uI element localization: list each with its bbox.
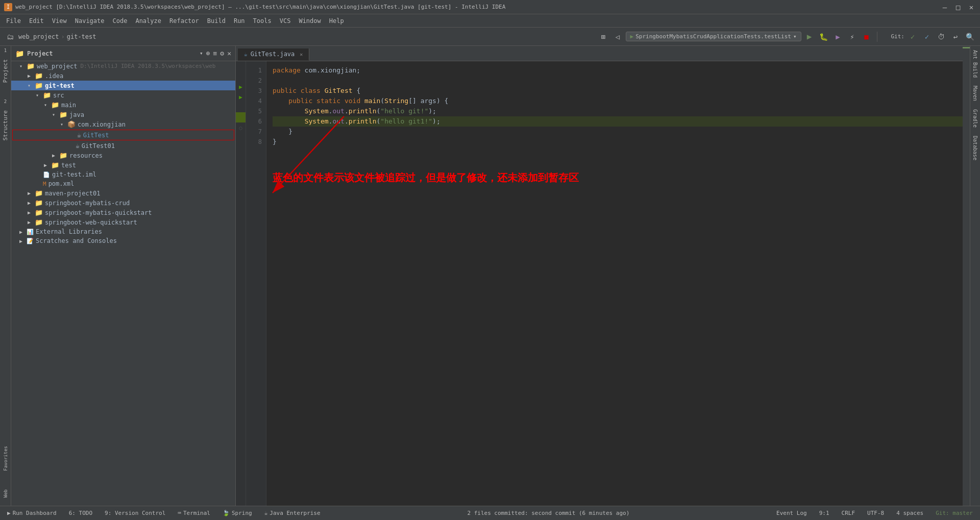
git-label: Git: — [891, 33, 905, 40]
maximize-button[interactable]: □ — [953, 3, 963, 12]
coverage-button[interactable]: ▶ — [832, 31, 844, 43]
structure-tab-number[interactable]: 2 — [3, 97, 8, 106]
resources-expand-arrow: ▶ — [52, 153, 59, 158]
editor-tab-gittest[interactable]: ☕ GitTest.java ✕ — [238, 48, 309, 61]
ant-build-label[interactable]: Ant Build — [971, 46, 979, 82]
tree-test-folder[interactable]: ▶ 📁 test — [11, 160, 235, 170]
iml-label: git-test.iml — [52, 171, 96, 178]
todo-btn[interactable]: 6: TODO — [66, 509, 95, 517]
breadcrumb-web-project[interactable]: web_project — [18, 33, 59, 40]
database-label[interactable]: Database — [971, 132, 979, 164]
tree-main-folder[interactable]: ▾ 📁 main — [11, 100, 235, 110]
encoding-indicator[interactable]: UTF-8 — [864, 509, 887, 517]
bottom-bar: ▶ Run Dashboard 6: TODO 9: Version Contr… — [0, 506, 980, 520]
project-settings-icon[interactable]: ⚙ — [220, 49, 224, 57]
editor-content: ▶ ▶ ○ 1 2 3 4 5 6 7 8 — [236, 61, 970, 506]
menu-view[interactable]: View — [48, 16, 71, 26]
menu-help[interactable]: Help — [325, 16, 348, 26]
menu-vcs[interactable]: VCS — [276, 16, 295, 26]
run-button[interactable]: ▶ — [803, 31, 816, 43]
git-history-btn[interactable]: ⏱ — [935, 31, 947, 43]
menu-window[interactable]: Window — [295, 16, 325, 26]
git-branch-indicator[interactable]: Git: master — [933, 509, 976, 517]
project-scope-icon[interactable]: ⊕ — [206, 49, 210, 57]
menu-tools[interactable]: Tools — [249, 16, 276, 26]
run-config-arrow: ▾ — [793, 33, 797, 40]
swq-expand-arrow: ▶ — [28, 219, 35, 225]
tree-package-folder[interactable]: ▾ 📦 com.xiongjian — [11, 119, 235, 129]
gradle-label[interactable]: Gradle — [971, 105, 979, 132]
tree-git-test-folder[interactable]: ▾ 📁 git-test — [11, 81, 235, 90]
menu-file[interactable]: File — [2, 16, 25, 26]
debug-button[interactable]: 🐛 — [818, 31, 830, 43]
favorites-tab-label[interactable]: Favorites — [1, 442, 10, 475]
profiler-button[interactable]: ⚡ — [846, 31, 859, 43]
gutter-line-1 — [236, 61, 246, 71]
code-content[interactable]: package com.xiongjian; public class GitT… — [266, 61, 970, 506]
breadcrumb-git-test[interactable]: git-test — [67, 33, 96, 40]
menu-build[interactable]: Build — [203, 16, 230, 26]
menu-edit[interactable]: Edit — [25, 16, 48, 26]
toolbar-project-icon[interactable]: 🗂 — [4, 31, 16, 43]
version-control-btn[interactable]: 9: Version Control — [102, 509, 168, 517]
indent-indicator[interactable]: 4 spaces — [893, 509, 926, 517]
gittest01-label: GitTest01 — [82, 142, 115, 150]
git-test-expand-arrow: ▾ — [28, 83, 35, 88]
event-log-btn[interactable]: Event Log — [773, 509, 810, 517]
tree-pom-file[interactable]: ▶ M pom.xml — [11, 179, 235, 188]
toolbar-back-btn[interactable]: ◁ — [611, 31, 624, 43]
tree-scratches-consoles[interactable]: ▶ 📝 Scratches and Consoles — [11, 236, 235, 245]
tree-external-libraries[interactable]: ▶ 📊 External Libraries — [11, 227, 235, 236]
src-label: src — [53, 92, 64, 99]
menu-code[interactable]: Code — [109, 16, 132, 26]
toolbar-layout-btn[interactable]: ⊞ — [597, 31, 609, 43]
run-gutter-icon-3[interactable]: ▶ — [239, 84, 242, 90]
stop-button[interactable]: ■ — [861, 31, 873, 43]
tab-close-icon[interactable]: ✕ — [300, 52, 303, 57]
code-line-6: System . out . println ( "hello git1!" )… — [273, 116, 964, 127]
project-collapse-icon[interactable]: ≡ — [213, 49, 217, 57]
java-enterprise-btn[interactable]: ☕ Java Enterprise — [261, 509, 324, 517]
tree-springboot-mybatis-crud[interactable]: ▶ 📁 springboot-mybatis-crud — [11, 198, 235, 208]
tree-iml-file[interactable]: ▶ 📄 git-test.iml — [11, 170, 235, 179]
tree-gittest01-file[interactable]: ▶ ☕ GitTest01 — [11, 141, 235, 151]
spring-btn[interactable]: 🍃 Spring — [219, 509, 255, 517]
tree-maven-project01[interactable]: ▶ 📁 maven-project01 — [11, 188, 235, 198]
close-button[interactable]: ✕ — [967, 3, 976, 12]
project-close-icon[interactable]: ✕ — [227, 49, 231, 57]
git-checkmark-blue[interactable]: ✓ — [921, 31, 933, 43]
project-tab-number[interactable]: 1 — [3, 46, 8, 55]
tree-springboot-web-quickstart[interactable]: ▶ 📁 springboot-web-quickstart — [11, 217, 235, 227]
git-checkmark-green[interactable]: ✓ — [906, 31, 919, 43]
run-dashboard-btn[interactable]: ▶ Run Dashboard — [4, 509, 60, 517]
tree-resources-folder[interactable]: ▶ 📁 resources — [11, 151, 235, 160]
tree-springboot-mybatis-quickstart[interactable]: ▶ 📁 springboot-mybatis-quickstart — [11, 208, 235, 217]
tree-root-web-project[interactable]: ▾ 📁 web_project D:\IntelliJ IDEA 2018.3.… — [11, 61, 235, 71]
maven-label[interactable]: Maven — [971, 82, 979, 105]
minimize-button[interactable]: — — [940, 3, 949, 12]
menu-navigate[interactable]: Navigate — [71, 16, 109, 26]
git-revert-btn[interactable]: ↩ — [949, 31, 962, 43]
menu-refactor[interactable]: Refactor — [165, 16, 203, 26]
code-line-3: public class GitTest { — [273, 86, 964, 96]
run-gutter-icon-4[interactable]: ▶ — [239, 94, 242, 101]
project-tab-label[interactable]: Project — [0, 55, 11, 87]
tree-gittest-file[interactable]: ▶ ☕ GitTest — [12, 130, 234, 140]
project-dropdown-arrow[interactable]: ▾ — [200, 50, 203, 57]
tree-java-folder[interactable]: ▾ 📁 java — [11, 110, 235, 119]
smc-icon: 📁 — [35, 199, 43, 207]
gutter-area: ▶ ▶ ○ — [236, 61, 246, 506]
menu-run[interactable]: Run — [230, 16, 249, 26]
structure-tab-label[interactable]: Structure — [0, 106, 11, 145]
tree-src-folder[interactable]: ▾ 📁 src — [11, 90, 235, 100]
web-tab-label[interactable]: Web — [1, 485, 10, 502]
tree-idea-folder[interactable]: ▶ 📁 .idea — [11, 71, 235, 81]
terminal-btn[interactable]: ⌨ Terminal — [175, 509, 213, 517]
line-col-indicator[interactable]: 9:1 — [816, 509, 832, 517]
crlf-indicator[interactable]: CRLF — [839, 509, 859, 517]
crlf-text: CRLF — [842, 510, 855, 516]
title-bar: I web_project [D:\IntelliJ IDEA 2018.3.5… — [0, 0, 980, 14]
search-btn[interactable]: 🔍 — [964, 31, 976, 43]
menu-analyze[interactable]: Analyze — [131, 16, 165, 26]
run-config-selector[interactable]: ▶ SpringbootMybatisCrudApplicationTests.… — [626, 32, 801, 41]
